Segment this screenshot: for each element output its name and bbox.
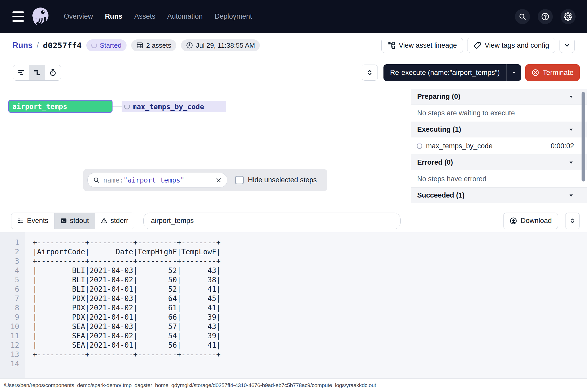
executing-step-name: max_temps_by_code [426, 142, 493, 150]
panel-resize-button[interactable] [362, 65, 378, 81]
section-header-errored[interactable]: Errored (0) [411, 155, 587, 170]
tab-stderr[interactable]: stderr [95, 213, 134, 229]
event-list-icon [17, 217, 24, 224]
hamburger-menu-icon[interactable] [12, 11, 24, 22]
chevron-down-icon [563, 42, 571, 49]
breadcrumb-separator: / [37, 41, 39, 50]
stdout-log-view: 1+-----------+----------+---------+-----… [0, 232, 587, 378]
errored-empty-text: No steps have errored [411, 170, 587, 188]
asset-grid-icon [136, 42, 143, 49]
gantt-timer-view-button[interactable] [45, 65, 61, 80]
view-tags-config-button[interactable]: View tags and config [467, 38, 555, 53]
run-timestamp-badge: Jul 29, 11:38:55 AM [181, 39, 260, 51]
log-lines: 1+-----------+----------+---------+-----… [0, 238, 587, 369]
reexecute-button-group: Re-execute (name:"airport_temps") [383, 64, 521, 81]
log-line: 1+-----------+----------+---------+-----… [0, 238, 587, 247]
up-down-chevrons-icon [366, 69, 374, 76]
close-icon [215, 177, 222, 184]
clock-icon [186, 42, 193, 49]
caret-down-icon [568, 160, 574, 165]
step-box-max-temps-by-code[interactable]: max_temps_by_code [122, 101, 226, 112]
tab-stdout[interactable]: stdout [54, 213, 95, 229]
log-line: 9| PDX|2021-04-01| 66| 39| [0, 313, 587, 322]
clear-query-button[interactable] [215, 177, 222, 184]
reexecute-button[interactable]: Re-execute (name:"airport_temps") [383, 64, 507, 81]
log-line: 12| SEA|2021-04-01| 56| 41| [0, 341, 587, 350]
dagster-logo[interactable] [31, 7, 50, 26]
assets-count-badge[interactable]: 2 assets [131, 39, 176, 51]
run-header-actions: View asset lineage View tags and config [381, 38, 575, 53]
caret-down-icon [511, 70, 516, 75]
steps-panel-scrollbar[interactable] [582, 92, 585, 181]
help-button[interactable] [538, 9, 553, 24]
gantt-view-toggle [13, 65, 61, 81]
tab-events[interactable]: Events [11, 213, 54, 229]
log-line: 8| PDX|2021-04-02| 61| 41| [0, 303, 587, 313]
nav-right-icons [515, 9, 576, 24]
settings-button[interactable] [561, 9, 576, 24]
log-line: 2|AirportCode| Date|TempHighF|TempLowF| [0, 247, 587, 257]
step-box-airport-temps[interactable]: airport_temps [8, 100, 113, 113]
nav-item-overview[interactable]: Overview [64, 12, 93, 20]
log-line: 13+-----------+----------+---------+----… [0, 350, 587, 359]
log-line: 3+-----------+----------+---------+-----… [0, 257, 587, 266]
step-dependency-edge [113, 106, 122, 107]
search-icon [93, 177, 100, 184]
up-down-chevrons-icon [569, 217, 576, 225]
section-header-executing[interactable]: Executing (1) [411, 122, 587, 137]
view-asset-lineage-button[interactable]: View asset lineage [381, 38, 463, 53]
nav-item-runs[interactable]: Runs [105, 12, 123, 20]
section-header-succeeded[interactable]: Succeeded (1) [411, 188, 587, 203]
download-button[interactable]: Download [503, 213, 558, 229]
download-icon [509, 217, 517, 225]
log-line: 7| PDX|2021-04-03| 64| 45| [0, 294, 587, 303]
log-line: 10| SEA|2021-04-03| 57| 43| [0, 322, 587, 331]
caret-down-icon [568, 193, 574, 198]
preparing-empty-text: No steps are waiting to execute [411, 104, 587, 122]
gear-icon [563, 12, 573, 21]
log-line: 11| SEA|2021-04-02| 54| 39| [0, 331, 587, 341]
flat-bars-icon [17, 69, 25, 76]
circle-x-icon [532, 69, 539, 76]
nav-item-deployment[interactable]: Deployment [215, 12, 252, 20]
log-panel-resize-button[interactable] [565, 213, 580, 229]
help-icon [541, 12, 550, 21]
caret-down-icon [568, 94, 574, 100]
run-id: d0257ff4 [43, 41, 82, 50]
log-step-selector[interactable]: airport_temps [143, 213, 401, 229]
section-header-preparing[interactable]: Preparing (0) [411, 89, 587, 104]
waterfall-bars-icon [33, 69, 41, 76]
reexecute-dropdown-button[interactable] [506, 64, 521, 81]
run-header-more-button[interactable] [560, 38, 575, 53]
gantt-flat-view-button[interactable] [13, 65, 29, 80]
nav-items: Overview Runs Assets Automation Deployme… [64, 12, 252, 20]
breadcrumb-runs-link[interactable]: Runs [12, 41, 33, 50]
log-line: 4| BLI|2021-04-03| 52| 43| [0, 266, 587, 275]
step-query-input[interactable]: name:"airport_temps" [87, 173, 227, 187]
executing-step-row[interactable]: max_temps_by_code 0:00:02 [411, 137, 587, 155]
query-value: "airport_temps" [123, 176, 184, 184]
search-button[interactable] [515, 9, 530, 24]
nav-item-automation[interactable]: Automation [167, 12, 203, 20]
terminate-button[interactable]: Terminate [525, 64, 580, 81]
hide-unselected-label: Hide unselected steps [248, 176, 317, 184]
terminal-icon [60, 217, 67, 224]
log-toolbar: Events stdout stderr airport_te [0, 209, 587, 232]
log-file-path: /Users/ben/repos/components_demo/spark-d… [4, 382, 376, 388]
octopus-logo-icon [31, 7, 50, 26]
log-line: 14 [0, 359, 587, 369]
gantt-waterfall-view-button[interactable] [29, 65, 45, 80]
search-icon [518, 12, 527, 21]
log-line: 6| BLI|2021-04-01| 52| 41| [0, 285, 587, 294]
top-nav: Overview Runs Assets Automation Deployme… [0, 0, 587, 33]
nav-item-assets[interactable]: Assets [134, 12, 155, 20]
lineage-icon [388, 41, 395, 49]
stopwatch-icon [49, 69, 57, 76]
running-spinner-icon [417, 143, 422, 149]
warning-triangle-icon [101, 217, 108, 224]
dagster-run-page: Overview Runs Assets Automation Deployme… [0, 0, 587, 392]
log-line: 5| BLI|2021-04-02| 50| 38| [0, 275, 587, 285]
running-spinner-icon [124, 104, 130, 109]
hide-unselected-checkbox[interactable] [235, 176, 244, 184]
log-tabs: Events stdout stderr [11, 213, 134, 229]
